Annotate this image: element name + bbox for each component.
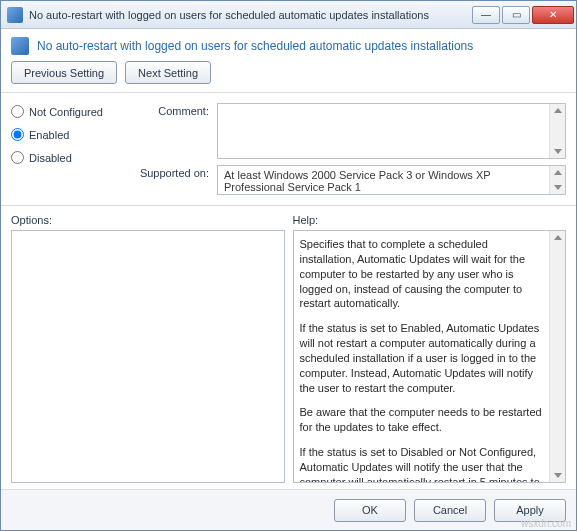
radio-disabled-input[interactable] [11, 151, 24, 164]
ok-button[interactable]: OK [334, 499, 406, 522]
cancel-button[interactable]: Cancel [414, 499, 486, 522]
radio-enabled-label: Enabled [29, 129, 69, 141]
minimize-button[interactable]: — [472, 6, 500, 24]
apply-button[interactable]: Apply [494, 499, 566, 522]
options-label: Options: [11, 214, 285, 226]
comment-scrollbar[interactable] [549, 104, 565, 158]
lower-panes: Options: Help: Specifies that to complet… [1, 206, 576, 490]
comment-field[interactable] [217, 103, 566, 159]
supported-on-value: At least Windows 2000 Service Pack 3 or … [224, 169, 490, 193]
close-button[interactable]: ✕ [532, 6, 574, 24]
window-controls: — ▭ ✕ [470, 6, 574, 24]
radio-not-configured-label: Not Configured [29, 106, 103, 118]
help-pane: Specifies that to complete a scheduled i… [293, 230, 567, 483]
status-radios: Not Configured Enabled Disabled [11, 103, 131, 195]
policy-headline: No auto-restart with logged on users for… [37, 39, 473, 53]
titlebar[interactable]: No auto-restart with logged on users for… [1, 1, 576, 29]
previous-setting-button[interactable]: Previous Setting [11, 61, 117, 84]
help-paragraph: If the status is set to Disabled or Not … [300, 445, 546, 483]
help-label: Help: [293, 214, 567, 226]
radio-disabled[interactable]: Disabled [11, 151, 131, 164]
header-row: No auto-restart with logged on users for… [1, 29, 576, 61]
help-paragraph: Specifies that to complete a scheduled i… [300, 237, 546, 311]
policy-icon [11, 37, 29, 55]
radio-disabled-label: Disabled [29, 152, 72, 164]
settings-grid: Not Configured Enabled Disabled Comment:… [1, 93, 576, 206]
next-setting-button[interactable]: Next Setting [125, 61, 211, 84]
help-scrollbar[interactable] [549, 231, 565, 482]
dialog-footer: OK Cancel Apply [1, 490, 576, 530]
supported-on-label: Supported on: [139, 165, 209, 195]
nav-buttons: Previous Setting Next Setting [1, 61, 576, 93]
app-icon [7, 7, 23, 23]
radio-enabled-input[interactable] [11, 128, 24, 141]
supported-on-scrollbar[interactable] [549, 166, 565, 194]
radio-not-configured-input[interactable] [11, 105, 24, 118]
help-paragraph: Be aware that the computer needs to be r… [300, 405, 546, 435]
policy-window: No auto-restart with logged on users for… [0, 0, 577, 531]
maximize-button[interactable]: ▭ [502, 6, 530, 24]
supported-on-field: At least Windows 2000 Service Pack 3 or … [217, 165, 566, 195]
radio-not-configured[interactable]: Not Configured [11, 105, 131, 118]
window-title: No auto-restart with logged on users for… [29, 9, 470, 21]
comment-label: Comment: [139, 103, 209, 117]
help-paragraph: If the status is set to Enabled, Automat… [300, 321, 546, 395]
options-pane [11, 230, 285, 483]
radio-enabled[interactable]: Enabled [11, 128, 131, 141]
